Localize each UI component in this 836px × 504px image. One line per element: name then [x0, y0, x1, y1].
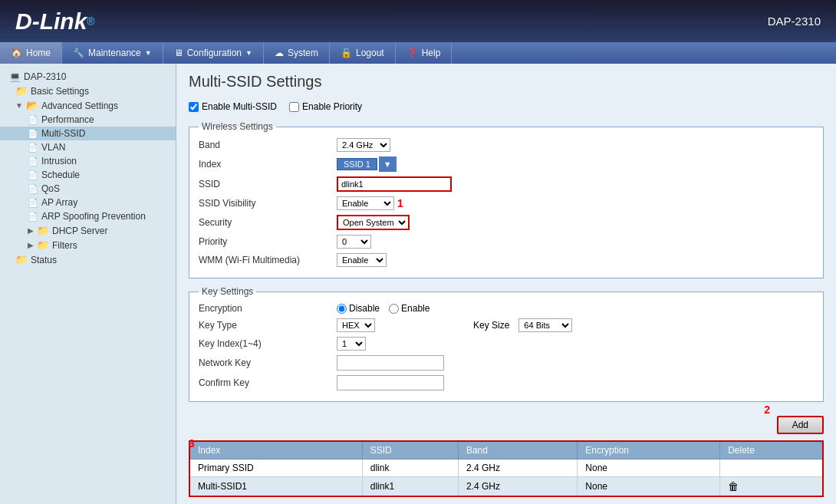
- table-section-wrapper: 3 Index SSID Band Encryption Delete Prim…: [189, 440, 824, 497]
- cell-ssid-0: dlink: [362, 460, 458, 477]
- nav-logout[interactable]: 🔓 Logout: [330, 42, 396, 64]
- cell-delete-1[interactable]: 🗑: [720, 477, 823, 497]
- page-icon: 📄: [28, 115, 38, 125]
- sidebar-item-filters[interactable]: ▶ 📁 Filters: [0, 238, 176, 252]
- key-index-select[interactable]: 1 2 3 4: [337, 337, 366, 351]
- ssid-table: Index SSID Band Encryption Delete Primar…: [189, 440, 824, 497]
- encryption-disable-label[interactable]: Disable: [337, 303, 380, 314]
- sidebar-item-status[interactable]: 📁 Status: [0, 252, 176, 267]
- nav-help[interactable]: ❓ Help: [396, 42, 453, 64]
- index-dropdown-btn[interactable]: ▼: [379, 156, 397, 172]
- wmm-row: WMM (Wi-Fi Multimedia) Enable Disable: [199, 253, 814, 267]
- ssid-control: [337, 176, 452, 192]
- config-icon: 🖥: [174, 48, 183, 58]
- content-area: Multi-SSID Settings Enable Multi-SSID En…: [176, 64, 836, 504]
- key-settings-fieldset: Key Settings Encryption Disable Enable: [189, 286, 824, 402]
- table-row: Multi-SSID1 dlink1 2.4 GHz None 🗑: [189, 477, 823, 497]
- sidebar-item-performance[interactable]: 📄 Performance: [0, 113, 176, 127]
- priority-select[interactable]: 0 1 2: [337, 235, 371, 249]
- nav-system-label: System: [288, 48, 318, 58]
- security-select[interactable]: Open System WEP WPA: [337, 215, 410, 230]
- wireless-settings-legend: Wireless Settings: [199, 121, 276, 132]
- nav-home[interactable]: 🏠 Home: [0, 42, 62, 64]
- encryption-enable-label[interactable]: Enable: [389, 303, 430, 314]
- add-button-row: 2 Add: [189, 410, 824, 440]
- sidebar-item-advanced-settings[interactable]: ▼ 📂 Advanced Settings: [0, 98, 176, 113]
- ssid-visibility-select[interactable]: Enable Disable: [337, 196, 394, 210]
- sidebar-item-ap-array[interactable]: 📄 AP Array: [0, 196, 176, 209]
- ssid-input[interactable]: [337, 176, 452, 192]
- security-label: Security: [199, 217, 337, 228]
- expand-icon2: ▶: [28, 226, 34, 235]
- device-name: DAP-2310: [768, 15, 821, 28]
- add-button[interactable]: Add: [777, 416, 824, 434]
- band-row: Band 2.4 GHz 5 GHz: [199, 138, 814, 152]
- expand-icon3: ▶: [28, 241, 34, 249]
- page-icon2: 📄: [28, 129, 38, 139]
- key-type-row: Key Type HEX ASCII Key Size 64 Bits 128 …: [199, 318, 814, 332]
- sidebar-item-arp-spoofing[interactable]: 📄 ARP Spoofing Prevention: [0, 209, 176, 223]
- index-value: SSID 1: [337, 158, 377, 170]
- nav-maintenance[interactable]: 🔧 Maintenance ▼: [62, 42, 163, 64]
- sidebar-item-basic-settings[interactable]: 📁 Basic Settings: [0, 84, 176, 98]
- enable-multi-ssid-checkbox[interactable]: [189, 102, 199, 112]
- chevron-down-icon: ▼: [145, 49, 152, 57]
- enable-priority-label[interactable]: Enable Priority: [289, 101, 362, 112]
- sidebar-item-intrusion[interactable]: 📄 Intrusion: [0, 154, 176, 168]
- col-header-band: Band: [458, 441, 577, 460]
- home-icon: 🏠: [11, 48, 22, 58]
- nav-system[interactable]: ☁ System: [264, 42, 330, 64]
- nav-help-label: Help: [422, 48, 441, 58]
- enable-priority-checkbox[interactable]: [289, 102, 299, 112]
- folder-icon: 📁: [15, 85, 28, 97]
- wmm-select[interactable]: Enable Disable: [337, 253, 387, 267]
- cell-encryption-1: None: [578, 477, 720, 497]
- sidebar-item-dap2310[interactable]: 💻 DAP-2310: [0, 70, 176, 84]
- confirm-key-control: [337, 375, 444, 390]
- ssid-visibility-label: SSID Visibility: [199, 198, 337, 209]
- nav-configuration-label: Configuration: [187, 48, 242, 58]
- cell-delete-0: [720, 460, 823, 477]
- main-layout: 💻 DAP-2310 📁 Basic Settings ▼ 📂 Advanced…: [0, 64, 836, 504]
- encryption-disable-radio[interactable]: [337, 304, 347, 314]
- navbar: 🏠 Home 🔧 Maintenance ▼ 🖥 Configuration ▼…: [0, 42, 836, 64]
- sidebar-item-qos[interactable]: 📄 QoS: [0, 182, 176, 196]
- nav-maintenance-label: Maintenance: [88, 48, 141, 58]
- nav-logout-label: Logout: [356, 48, 384, 58]
- security-control: Open System WEP WPA: [337, 215, 410, 230]
- sidebar-item-multi-ssid[interactable]: 📄 Multi-SSID: [0, 127, 176, 140]
- annotation-2: 2: [764, 404, 770, 416]
- nav-configuration[interactable]: 🖥 Configuration ▼: [163, 42, 264, 64]
- folder-icon2: 📁: [37, 225, 49, 236]
- priority-label: Priority: [199, 236, 337, 247]
- col-header-index: Index: [189, 441, 362, 460]
- key-size-select[interactable]: 64 Bits 128 Bits: [518, 318, 572, 332]
- encryption-label: Encryption: [199, 303, 337, 314]
- delete-icon[interactable]: 🗑: [728, 480, 739, 492]
- enable-multi-ssid-label[interactable]: Enable Multi-SSID: [189, 101, 277, 112]
- page-icon6: 📄: [28, 184, 38, 194]
- page-icon5: 📄: [28, 170, 38, 180]
- table-row: Primary SSID dlink 2.4 GHz None: [189, 460, 823, 477]
- wmm-control: Enable Disable: [337, 253, 387, 267]
- network-key-input[interactable]: [337, 355, 444, 371]
- cell-ssid-1: dlink1: [362, 477, 458, 497]
- page-title: Multi-SSID Settings: [189, 73, 824, 91]
- annotation-1: 1: [397, 197, 403, 209]
- cell-encryption-0: None: [578, 460, 720, 477]
- cell-band-0: 2.4 GHz: [458, 460, 577, 477]
- sidebar-item-schedule[interactable]: 📄 Schedule: [0, 168, 176, 182]
- security-row: Security Open System WEP WPA: [199, 215, 814, 230]
- encryption-enable-radio[interactable]: [389, 304, 399, 314]
- ssid-label: SSID: [199, 179, 337, 189]
- sidebar-item-vlan[interactable]: 📄 VLAN: [0, 140, 176, 154]
- system-icon: ☁: [275, 48, 284, 58]
- key-type-select[interactable]: HEX ASCII: [337, 318, 375, 332]
- sidebar-item-dhcp-server[interactable]: ▶ 📁 DHCP Server: [0, 223, 176, 238]
- confirm-key-input[interactable]: [337, 375, 444, 390]
- cell-band-1: 2.4 GHz: [458, 477, 577, 497]
- page-icon7: 📄: [28, 198, 38, 208]
- priority-row: Priority 0 1 2: [199, 235, 814, 249]
- band-select[interactable]: 2.4 GHz 5 GHz: [337, 138, 390, 152]
- index-control: SSID 1 ▼: [337, 156, 397, 172]
